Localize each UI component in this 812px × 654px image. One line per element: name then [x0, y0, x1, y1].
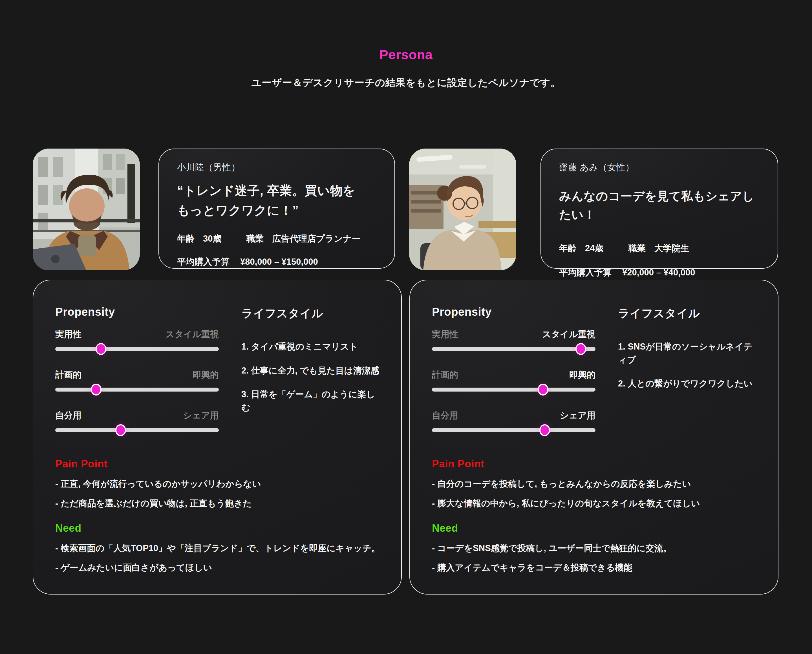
- slider-track[interactable]: [55, 347, 219, 351]
- persona-name: 小川陸（男性）: [177, 162, 376, 173]
- need-heading: Need: [55, 523, 384, 534]
- slider-track[interactable]: [432, 347, 595, 351]
- persona-budget-row: 平均購入予算 ¥20,000 – ¥40,000: [559, 267, 760, 278]
- age-label: 年齢: [177, 233, 194, 245]
- need-item: - コーデをSNS感覚で投稿し, ユーザー同士で熱狂的に交流。: [432, 542, 760, 555]
- pain-point-item: - 正直, 今何が流行っているのかサッパリわからない: [55, 478, 384, 490]
- job-label: 職業: [246, 233, 264, 245]
- slider-left-label: 自分用: [432, 410, 458, 422]
- slider-knob[interactable]: [96, 343, 106, 355]
- need-item: - ゲームみたいに面白さがあってほしい: [55, 562, 384, 574]
- persona-meta-row: 年齢 24歳 職業 大学院生: [559, 243, 760, 254]
- job-label: 職業: [628, 243, 646, 254]
- slider-right-label: シェア用: [560, 410, 595, 422]
- need-item: - 購入アイテムでキャラをコーデ＆投稿できる機能: [432, 562, 760, 574]
- pain-point-item: - 膨大な情報の中から, 私にぴったりの旬なスタイルを教えてほしい: [432, 497, 760, 510]
- lifestyle-item: 3. 日常を「ゲーム」のように楽しむ: [242, 388, 384, 414]
- job-value: 広告代理店プランナー: [272, 233, 360, 245]
- slider-track[interactable]: [432, 428, 595, 432]
- slider-right-label: スタイル重視: [542, 329, 595, 340]
- persona-quote: “トレンド迷子, 卒業。買い物を もっとワクワクに！”: [177, 181, 376, 220]
- persona-quote: みんなのコーデを見て私もシェアしたい！: [559, 187, 760, 225]
- slider-knob[interactable]: [115, 424, 126, 436]
- persona-name: 齋藤 あみ（女性）: [559, 162, 760, 173]
- slider-knob[interactable]: [539, 424, 550, 436]
- pain-point-item: - ただ商品を選ぶだけの買い物は, 正直もう飽きた: [55, 497, 384, 510]
- lifestyle-section: ライフスタイル 1. SNSが日常のソーシャルネイティブ 2. 人との繋がりでワ…: [618, 306, 760, 432]
- slider-track[interactable]: [55, 428, 219, 432]
- need-heading: Need: [432, 523, 760, 534]
- job-value: 大学院生: [654, 243, 689, 254]
- lifestyle-title: ライフスタイル: [242, 306, 384, 321]
- propensity-slider-sharing: 自分用 シェア用: [432, 410, 595, 432]
- slider-track[interactable]: [55, 388, 219, 391]
- propensity-slider-practicality: 実用性 スタイル重視: [55, 329, 219, 351]
- slider-left-label: 実用性: [55, 329, 81, 340]
- slider-knob[interactable]: [91, 384, 101, 396]
- slider-right-label: スタイル重視: [165, 329, 219, 340]
- propensity-section: Propensity 実用性 スタイル重視 計画的 即興的: [55, 306, 219, 432]
- lifestyle-section: ライフスタイル 1. タイパ重視のミニマリスト 2. 仕事に全力, でも見た目は…: [242, 306, 384, 432]
- persona-photo-female: [409, 148, 516, 270]
- persona-page: Persona ユーザー＆デスクリサーチの結果をもとに設定したペルソナです。: [0, 0, 812, 654]
- propensity-slider-practicality: 実用性 スタイル重視: [432, 329, 595, 351]
- page-subtitle: ユーザー＆デスクリサーチの結果をもとに設定したペルソナです。: [0, 76, 812, 89]
- persona-quote-line: みんなのコーデを見て私もシェアしたい！: [559, 187, 760, 225]
- slider-left-label: 実用性: [432, 329, 458, 340]
- propensity-title: Propensity: [432, 306, 595, 318]
- slider-left-label: 計画的: [55, 369, 81, 381]
- slider-left-label: 計画的: [432, 369, 458, 381]
- persona-meta-row: 年齢 30歳 職業 広告代理店プランナー: [177, 233, 376, 245]
- slider-right-label: 即興的: [193, 369, 219, 381]
- lifestyle-item: 1. タイパ重視のミニマリスト: [242, 340, 384, 353]
- age-value: 24歳: [585, 243, 603, 254]
- lifestyle-title: ライフスタイル: [618, 306, 760, 321]
- slider-knob[interactable]: [575, 343, 586, 355]
- slider-right-label: シェア用: [183, 410, 219, 422]
- persona-photo-male: [33, 148, 140, 270]
- lifestyle-item: 2. 仕事に全力, でも見た目は清潔感: [242, 364, 384, 377]
- propensity-slider-planning: 計画的 即興的: [432, 369, 595, 391]
- need-item: - 検索画面の「人気TOP10」や「注目ブランド」で、トレンドを即座にキャッチ。: [55, 542, 384, 555]
- slider-right-label: 即興的: [569, 369, 595, 381]
- budget-value: ¥20,000 – ¥40,000: [622, 267, 695, 278]
- budget-label: 平均購入予算: [559, 267, 612, 278]
- pain-point-heading: Pain Point: [55, 458, 384, 470]
- slider-track[interactable]: [432, 388, 595, 391]
- pain-point-heading: Pain Point: [432, 458, 760, 470]
- persona-detail-card-female: Propensity 実用性 スタイル重視 計画的 即興的: [409, 280, 778, 594]
- persona-budget-row: 平均購入予算 ¥80,000 – ¥150,000: [177, 256, 376, 268]
- budget-label: 平均購入予算: [177, 256, 229, 268]
- slider-knob[interactable]: [538, 384, 548, 396]
- lifestyle-item: 2. 人との繋がりでワクワクしたい: [618, 377, 760, 390]
- slider-left-label: 自分用: [55, 410, 81, 422]
- persona-detail-card-male: Propensity 実用性 スタイル重視 計画的 即興的: [33, 280, 402, 594]
- propensity-section: Propensity 実用性 スタイル重視 計画的 即興的: [432, 306, 595, 432]
- propensity-slider-sharing: 自分用 シェア用: [55, 410, 219, 432]
- age-label: 年齢: [559, 243, 577, 254]
- page-title: Persona: [0, 47, 812, 62]
- propensity-title: Propensity: [55, 306, 219, 318]
- persona-summary-card-female: 齋藤 あみ（女性） みんなのコーデを見て私もシェアしたい！ 年齢 24歳 職業 …: [540, 148, 778, 269]
- propensity-slider-planning: 計画的 即興的: [55, 369, 219, 391]
- budget-value: ¥80,000 – ¥150,000: [240, 257, 318, 267]
- age-value: 30歳: [203, 233, 221, 245]
- pain-point-item: - 自分のコーデを投稿して, もっとみんなからの反応を楽しみたい: [432, 478, 760, 490]
- persona-quote-line: “トレンド迷子, 卒業。買い物を: [177, 181, 376, 200]
- persona-quote-line: もっとワクワクに！”: [177, 200, 376, 220]
- lifestyle-item: 1. SNSが日常のソーシャルネイティブ: [618, 340, 760, 367]
- persona-summary-card-male: 小川陸（男性） “トレンド迷子, 卒業。買い物を もっとワクワクに！” 年齢 3…: [159, 148, 395, 269]
